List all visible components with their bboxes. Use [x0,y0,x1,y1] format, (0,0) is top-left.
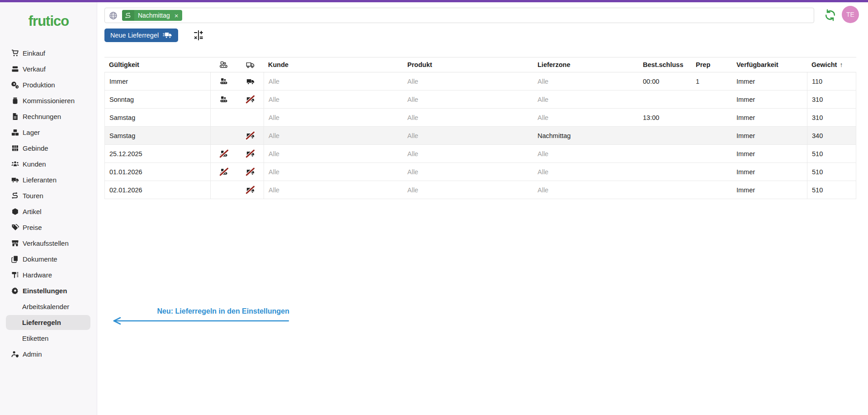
truck-disabled-icon [245,95,255,104]
sidebar-item-etiketten[interactable]: Etiketten [0,330,97,346]
cell-kunde: Alle [264,91,403,108]
sidebar-item-label: Verkauf [23,65,46,73]
filter-search-input[interactable]: Nachmittag × [104,8,814,23]
column-header-lieferzone[interactable]: Lieferzone [533,57,638,72]
cell-kunde: Alle [264,72,403,90]
sidebar-item-label: Etiketten [22,334,48,342]
sidebar-item-preise[interactable]: Preise [0,219,97,235]
annotation-text: Neu: Lieferregeln in den Einstellungen [108,307,289,315]
column-header-kunde[interactable]: Kunde [264,57,403,72]
truck-icon [245,77,255,86]
sidebar-item-artikel[interactable]: Artikel [0,204,97,219]
calculator-icon[interactable] [193,30,204,41]
cell-conveyor [210,91,237,108]
sidebar-item-gebinde[interactable]: Gebinde [0,140,97,156]
cell-conveyor [210,72,237,90]
new-delivery-rule-label: Neue Lieferregel [110,32,159,39]
column-header-label: Gewicht [811,61,837,68]
sidebar-item-kommissionieren[interactable]: Kommissionieren [0,93,97,109]
refresh-icon[interactable] [824,9,836,21]
avatar[interactable]: TE [842,6,859,23]
cell-verfuegbarkeit: Immer [732,145,807,162]
cell-produkt: Alle [403,91,533,108]
sidebar-item-label: Lieferregeln [22,319,61,326]
column-header-label: Lieferzone [538,61,571,68]
truck-outline-icon [246,61,255,69]
cell-lieferzone: Alle [533,109,638,126]
truck-disabled-icon [245,131,255,140]
cell-produkt: Alle [403,163,533,181]
sidebar-item-lager[interactable]: Lager [0,124,97,140]
truck-disabled-icon [245,186,255,194]
table-body: ImmerAlleAlleAlle00:001Immer110SonntagAl… [104,72,856,199]
cell-gueltigkeit: Immer [104,72,210,90]
column-header-truck-icon[interactable] [237,57,264,72]
sidebar-item-label: Touren [23,192,43,200]
cell-gewicht: 310 [807,91,856,108]
column-header-prep[interactable]: Prep [691,57,732,72]
hexagon-icon [11,208,19,216]
globe-icon [109,11,118,20]
sidebar-item-dokumente[interactable]: Dokumente [0,251,97,267]
route-icon [11,192,19,200]
sidebar-item-lieferanten[interactable]: Lieferanten [0,172,97,188]
sidebar-item-label: Lager [23,129,40,136]
sidebar-item-verkaufsstellen[interactable]: Verkaufsstellen [0,235,97,251]
sidebar-item-einkauf[interactable]: Einkauf [0,45,97,61]
sidebar-item-produktion[interactable]: Produktion [0,77,97,93]
column-header-produkt[interactable]: Produkt [403,57,533,72]
cell-conveyor [210,145,237,162]
column-header-verf-gbarkeit[interactable]: Verfügbarkeit [732,57,807,72]
cell-prep [691,145,732,162]
table-row[interactable]: SamstagAlleAlleAlle13:00Immer310 [104,109,856,127]
cell-kunde: Alle [264,145,403,162]
cell-truck [237,163,264,181]
table-row[interactable]: SonntagAlleAlleAlleImmer310 [104,91,856,109]
sidebar-item-einstellungen[interactable]: Einstellungen [0,283,97,299]
sidebar-item-rechnungen[interactable]: Rechnungen [0,109,97,124]
sidebar-item-label: Kunden [23,160,46,168]
table-row[interactable]: 25.12.2025AlleAlleAlleImmer510 [104,145,856,163]
sidebar-item-lieferregeln[interactable]: Lieferregeln [0,315,97,330]
sidebar-item-hardware[interactable]: Hardware [0,267,97,283]
gears-icon [11,81,19,89]
cell-verfuegbarkeit: Immer [732,127,807,144]
table-row[interactable]: 02.01.2026AlleAlleAlleImmer510 [104,181,856,199]
sidebar-item-touren[interactable]: Touren [0,188,97,204]
cell-gueltigkeit: Samstag [104,127,210,144]
tags-icon [11,224,19,232]
cell-lieferzone: Alle [533,72,638,90]
table-row[interactable]: 01.01.2026AlleAlleAlleImmer510 [104,163,856,181]
sidebar-item-verkauf[interactable]: Verkauf [0,61,97,77]
column-header-best-schluss[interactable]: Best.schluss [638,57,691,72]
cell-gewicht: 510 [807,163,856,181]
scanner-icon [11,271,19,279]
new-delivery-rule-button[interactable]: Neue Lieferregel [104,29,178,42]
jar-icon [11,97,19,105]
copy-icon [11,255,19,263]
cell-verfuegbarkeit: Immer [732,91,807,108]
sidebar-item-admin[interactable]: Admin [0,346,97,362]
table-row[interactable]: SamstagAlleAlleNachmittagImmer340 [104,127,856,145]
sidebar-item-arbeitskalender[interactable]: Arbeitskalender [0,299,97,315]
cell-lieferzone: Alle [533,163,638,181]
sidebar-item-label: Gebinde [23,144,48,152]
cell-best_schluss [638,181,691,199]
column-header-label: Kunde [268,61,288,68]
column-header-gewicht[interactable]: Gewicht↑ [807,57,856,72]
sidebar-nav: EinkaufVerkaufProduktionKommissionierenR… [0,45,97,362]
cell-gueltigkeit: Samstag [104,109,210,126]
column-header-g-ltigkeit[interactable]: Gültigkeit [104,57,210,72]
sidebar-item-kunden[interactable]: Kunden [0,156,97,172]
cell-verfuegbarkeit: Immer [732,72,807,90]
truck-disabled-icon [245,167,255,176]
close-icon[interactable]: × [174,12,182,19]
cell-lieferzone: Alle [533,145,638,162]
cell-gewicht: 310 [807,109,856,126]
cell-best_schluss [638,145,691,162]
table-row[interactable]: ImmerAlleAlleAlle00:001Immer110 [104,72,856,91]
column-header-label: Produkt [407,61,432,68]
filter-tag-nachmittag[interactable]: Nachmittag × [122,10,182,21]
column-header-conveyor-icon[interactable] [210,57,237,72]
cell-best_schluss: 13:00 [638,109,691,126]
